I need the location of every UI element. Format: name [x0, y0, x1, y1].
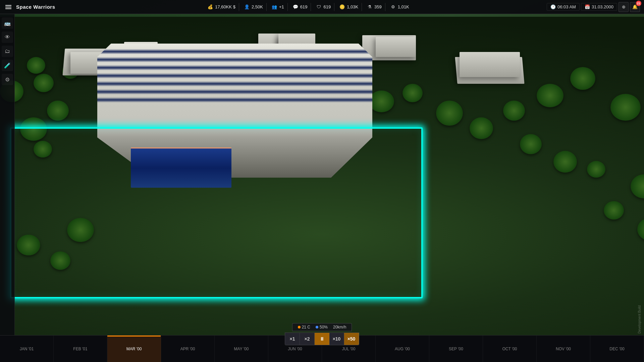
population-value: 2,50K: [252, 4, 263, 9]
temperature-value: 21 C: [302, 325, 310, 329]
month-sep00[interactable]: SEP '00: [429, 336, 483, 362]
gear-stat-icon: ⚙: [390, 4, 396, 10]
tree: [503, 101, 525, 121]
selected-building[interactable]: [77, 44, 379, 188]
month-mar00[interactable]: MAR '00: [107, 336, 161, 362]
stat-gear[interactable]: ⚙ 1,01K: [387, 3, 413, 11]
stat-shield[interactable]: 🛡 619: [312, 3, 334, 11]
wind-speed-value: 20km/h: [333, 325, 346, 329]
background-building: [460, 52, 520, 77]
crosshair-button[interactable]: ⊕: [619, 2, 629, 12]
stat-money[interactable]: 💰 17,60KK $: [204, 3, 239, 11]
speed-info-bar: 21 C 50% 20km/h: [292, 323, 352, 331]
stat-flask[interactable]: ⚗ 359: [363, 3, 385, 11]
sidebar-item-layers[interactable]: 🗂: [2, 46, 13, 57]
tree: [537, 84, 564, 107]
tree: [20, 117, 47, 141]
sidebar-item-people[interactable]: 👁: [2, 32, 13, 43]
wind-speed-display: 20km/h: [333, 325, 346, 329]
game-title: Space Warriors: [16, 4, 55, 10]
dev-build-label: Development Build: [638, 305, 641, 334]
top-bar-right: 🕐 06:03 AM 📅 31.03.2000 ⊕ 🔔 21: [543, 2, 644, 12]
chat-icon: 💬: [292, 4, 299, 10]
stat-group[interactable]: 👥 +1: [268, 3, 288, 11]
notification-badge: 21: [636, 1, 641, 6]
speed-x10-button[interactable]: ×10: [329, 333, 344, 345]
stat-population[interactable]: 👤 2,50K: [240, 3, 267, 11]
tree: [67, 218, 94, 242]
tree: [34, 141, 52, 158]
stat-coin[interactable]: 🪙 1,03K: [336, 3, 362, 11]
tree: [520, 134, 542, 154]
top-bar-stats: 💰 17,60KK $ 👤 2,50K 👥 +1 💬 619 🛡 619 🪙 1…: [74, 3, 543, 11]
month-nov00[interactable]: NOV '00: [537, 336, 590, 362]
tree: [610, 94, 641, 121]
money-value: 17,60KK $: [215, 4, 235, 9]
tree: [27, 57, 45, 74]
group-icon: 👥: [271, 4, 277, 10]
shield-icon: 🛡: [316, 4, 322, 10]
gear-value: 1,01K: [398, 4, 409, 9]
sidebar-item-transport[interactable]: 🚌: [2, 17, 13, 29]
sidebar-item-lab[interactable]: 🧪: [2, 60, 13, 71]
humidity-value: 50%: [320, 325, 328, 329]
top-bar: Space Warriors 💰 17,60KK $ 👤 2,50K 👥 +1 …: [0, 0, 644, 14]
tree: [17, 235, 40, 255]
month-oct00[interactable]: OCT '00: [483, 336, 537, 362]
tree: [553, 151, 577, 173]
humidity-dot: [316, 326, 318, 328]
month-jan01[interactable]: JAN '01: [0, 336, 54, 362]
speed-controls: 21 C 50% 20km/h ×1 ×2 ⏸ ×10 ×50: [285, 323, 359, 345]
tree: [47, 101, 69, 121]
temperature-display: 21 C: [298, 325, 310, 329]
date-value: 31.03.2000: [592, 4, 613, 9]
population-icon: 👤: [244, 4, 250, 10]
temp-dot: [298, 326, 301, 328]
speed-x1-button[interactable]: ×1: [285, 333, 300, 345]
tree: [604, 201, 624, 220]
pause-button[interactable]: ⏸: [315, 333, 329, 345]
notification-button[interactable]: 🔔 21: [630, 2, 640, 12]
tree: [470, 117, 493, 139]
month-apr00[interactable]: APR '00: [161, 336, 215, 362]
building-glass-entrance: [131, 147, 231, 188]
clock-icon: 🕐: [550, 4, 556, 9]
month-feb01[interactable]: FEB '01: [54, 336, 107, 362]
top-bar-left: Space Warriors: [0, 4, 74, 10]
tree: [570, 67, 595, 90]
left-sidebar: 🚌 👁 🗂 🧪 ⚙: [0, 14, 15, 335]
money-icon: 💰: [207, 4, 213, 10]
tree: [436, 101, 463, 126]
background-building: [376, 37, 416, 57]
month-aug00[interactable]: AUG '00: [376, 336, 429, 362]
sidebar-item-settings[interactable]: ⚙: [2, 74, 13, 85]
menu-button[interactable]: [4, 4, 13, 10]
flask-value: 359: [374, 4, 382, 9]
humidity-display: 50%: [316, 325, 328, 329]
month-dec00[interactable]: DEC '00: [590, 336, 644, 362]
time-display[interactable]: 🕐 06:03 AM: [547, 3, 580, 11]
tree: [402, 84, 423, 102]
tree: [587, 161, 605, 178]
stat-chat[interactable]: 💬 619: [289, 3, 311, 11]
tree: [50, 251, 70, 270]
speed-x2-button[interactable]: ×2: [300, 333, 315, 345]
month-may00[interactable]: MAY '00: [215, 336, 268, 362]
calendar-icon: 📅: [585, 4, 590, 9]
flask-icon: ⚗: [367, 4, 373, 10]
tree: [34, 74, 54, 92]
chat-value: 619: [300, 4, 308, 9]
time-value: 06:03 AM: [557, 4, 576, 9]
group-value: +1: [279, 4, 284, 9]
game-viewport: Development Build: [0, 0, 644, 362]
shield-value: 619: [323, 4, 331, 9]
coin-value: 1,03K: [347, 4, 358, 9]
speed-buttons-group: ×1 ×2 ⏸ ×10 ×50: [285, 333, 359, 345]
speed-x50-button[interactable]: ×50: [344, 333, 359, 345]
coin-icon: 🪙: [339, 4, 345, 10]
date-display[interactable]: 📅 31.03.2000: [581, 3, 617, 11]
